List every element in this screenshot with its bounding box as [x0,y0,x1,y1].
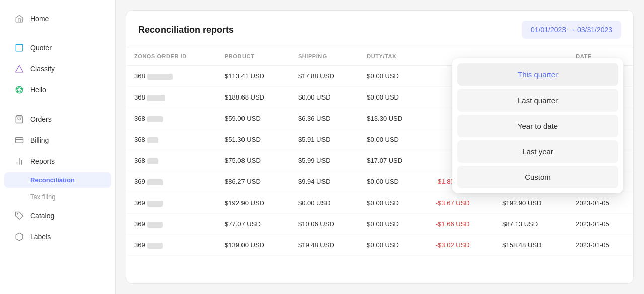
duty-tax-cell: $0.00 USD [359,87,427,108]
order-id-cell: 368 [126,108,217,129]
table-row: 369 $139.00 USD $19.48 USD $0.00 USD -$3… [126,235,633,256]
catalog-icon [14,211,24,221]
svg-rect-0 [16,44,23,51]
orders-icon [14,114,24,124]
dropdown-option-last-quarter[interactable]: Last quarter [457,89,618,112]
svg-rect-3 [16,138,23,143]
sidebar-item-classify[interactable]: Classify [4,59,111,79]
shipping-cell: $5.99 USD [290,150,359,171]
negative-cell: -$3.02 USD [428,235,495,256]
duty-tax-cell: $0.00 USD [359,235,427,256]
hello-icon [14,85,24,95]
negative-cell: -$3.67 USD [428,192,495,214]
sidebar-item-labels[interactable]: Labels [4,227,111,247]
total-cell: $87.13 USD [494,214,568,235]
sidebar-sub-item-tax-filing-label: Tax filing [30,193,56,201]
shipping-cell: $9.94 USD [290,171,359,192]
sidebar-item-classify-label: Classify [30,65,55,73]
shipping-cell: $17.88 USD [290,66,359,87]
duty-tax-cell: $0.00 USD [359,129,427,150]
duty-tax-cell: $0.00 USD [359,214,427,235]
sidebar-item-billing-label: Billing [30,136,49,144]
shipping-cell: $6.36 USD [290,108,359,129]
duty-tax-cell: $0.00 USD [359,171,427,192]
duty-tax-cell: $0.00 USD [359,192,427,214]
reports-icon [14,156,24,166]
col-product: PRODUCT [217,47,290,66]
product-cell: $86.27 USD [217,171,290,192]
shipping-cell: $0.00 USD [290,87,359,108]
order-id-cell: 369 [126,192,217,214]
order-id-cell: 369 [126,235,217,256]
col-shipping: SHIPPING [290,47,359,66]
sidebar-item-orders-label: Orders [30,115,52,123]
duty-tax-cell: $13.30 USD [359,108,427,129]
sidebar: Home Quoter Classify Hello [0,0,116,294]
sidebar-item-home-label: Home [30,15,49,23]
order-id-cell: 368 [126,66,217,87]
date-cell: 2023-01-05 [568,235,633,256]
shipping-cell: $5.91 USD [290,129,359,150]
dropdown-option-custom[interactable]: Custom [457,166,618,188]
order-id-cell: 368 [126,87,217,108]
sidebar-item-labels-label: Labels [30,233,51,241]
col-order-id: ZONOS ORDER ID [126,47,217,66]
duty-tax-cell: $17.07 USD [359,150,427,171]
product-cell: $113.41 USD [217,66,290,87]
order-id-cell: 369 [126,171,217,192]
svg-marker-1 [16,65,23,72]
sidebar-item-catalog[interactable]: Catalog [4,206,111,226]
home-icon [14,14,24,24]
order-id-cell: 368 [126,129,217,150]
sidebar-item-catalog-label: Catalog [30,212,54,220]
product-cell: $51.30 USD [217,129,290,150]
negative-cell: -$1.66 USD [428,214,495,235]
sidebar-item-quoter[interactable]: Quoter [4,38,111,58]
date-cell: 2023-01-05 [568,192,633,214]
dropdown-option-this-quarter[interactable]: This quarter [457,63,618,86]
product-cell: $188.68 USD [217,87,290,108]
product-cell: $77.07 USD [217,214,290,235]
sidebar-item-hello[interactable]: Hello [4,80,111,100]
shipping-cell: $19.48 USD [290,235,359,256]
billing-icon [14,135,24,145]
sidebar-item-billing[interactable]: Billing [4,130,111,150]
panel-header: Reconciliation reports 01/01/2023 → 03/3… [126,11,633,47]
shipping-cell: $0.00 USD [290,192,359,214]
total-cell: $192.90 USD [494,192,568,214]
dropdown-option-year-to-date[interactable]: Year to date [457,115,618,137]
product-cell: $139.00 USD [217,235,290,256]
sidebar-item-reports-label: Reports [30,157,55,165]
table-row: 369 $192.90 USD $0.00 USD $0.00 USD -$3.… [126,192,633,214]
panel-title: Reconciliation reports [138,25,234,35]
sidebar-sub-item-tax-filing[interactable]: Tax filing [4,189,111,205]
shipping-cell: $10.06 USD [290,214,359,235]
sidebar-item-hello-label: Hello [30,86,46,94]
sidebar-item-quoter-label: Quoter [30,44,52,52]
order-id-cell: 369 [126,214,217,235]
product-cell: $75.08 USD [217,150,290,171]
product-cell: $192.90 USD [217,192,290,214]
quoter-icon [14,43,24,53]
date-cell: 2023-01-05 [568,214,633,235]
sidebar-item-reports[interactable]: Reports [4,151,111,171]
col-duty-tax: DUTY/TAX [359,47,427,66]
svg-point-4 [17,214,18,215]
date-range-button[interactable]: 01/01/2023 → 03/31/2023 [522,21,621,39]
order-id-cell: 368 [126,150,217,171]
sidebar-sub-item-reconciliation[interactable]: Reconciliation [4,172,111,188]
date-range-dropdown: This quarter Last quarter Year to date L… [452,58,623,193]
duty-tax-cell: $0.00 USD [359,66,427,87]
classify-icon [14,64,24,74]
sidebar-sub-item-reconciliation-label: Reconciliation [30,176,75,184]
dropdown-option-last-year[interactable]: Last year [457,140,618,163]
sidebar-item-home[interactable]: Home [4,9,111,29]
total-cell: $158.48 USD [494,235,568,256]
main-content: Reconciliation reports 01/01/2023 → 03/3… [116,0,644,294]
reports-panel: Reconciliation reports 01/01/2023 → 03/3… [126,10,634,284]
sidebar-item-orders[interactable]: Orders [4,109,111,129]
table-row: 369 $77.07 USD $10.06 USD $0.00 USD -$1.… [126,214,633,235]
product-cell: $59.00 USD [217,108,290,129]
labels-icon [14,232,24,242]
